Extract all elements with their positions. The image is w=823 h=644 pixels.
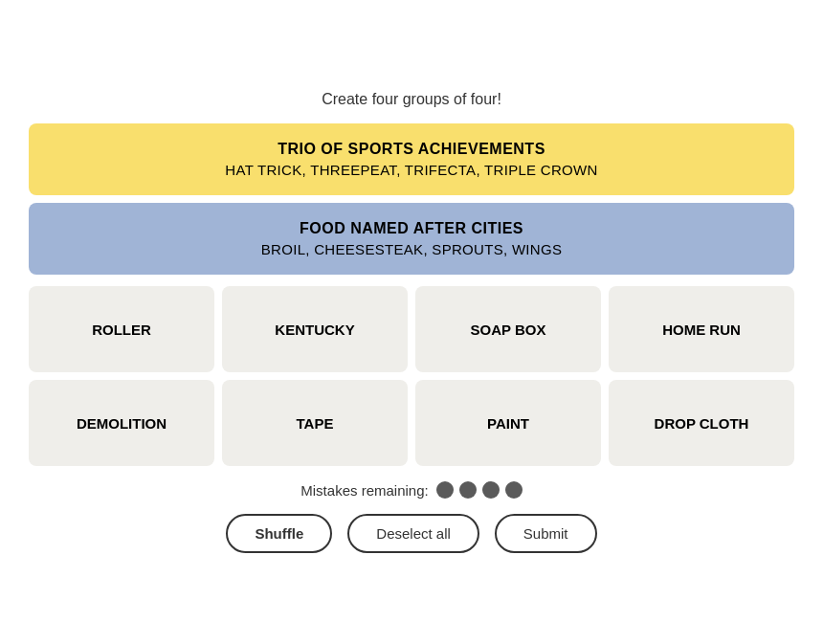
mistake-dot-3	[482, 481, 500, 499]
instruction-text: Create four groups of four!	[322, 91, 501, 108]
cell-soap-box[interactable]: SOAP BOX	[415, 286, 601, 372]
mistake-dot-2	[459, 481, 477, 499]
solved-group-words: HAT TRICK, THREEPEAT, TRIFECTA, TRIPLE C…	[52, 162, 771, 178]
mistakes-row: Mistakes remaining:	[300, 481, 522, 499]
solved-group-words: BROIL, CHEESESTEAK, SPROUTS, WINGS	[52, 241, 771, 257]
buttons-row: Shuffle Deselect all Submit	[226, 514, 596, 553]
solved-group-title: FOOD NAMED AFTER CITIES	[52, 220, 771, 237]
shuffle-button[interactable]: Shuffle	[226, 514, 332, 553]
submit-button[interactable]: Submit	[495, 514, 597, 553]
cell-roller[interactable]: ROLLER	[29, 286, 214, 372]
mistake-dot-4	[505, 481, 523, 499]
word-grid: ROLLERKENTUCKYSOAP BOXHOME RUNDEMOLITION…	[29, 286, 794, 466]
game-container: Create four groups of four! TRIO OF SPOR…	[29, 72, 794, 572]
mistake-dot-1	[436, 481, 454, 499]
cell-kentucky[interactable]: KENTUCKY	[222, 286, 408, 372]
mistakes-dots	[436, 481, 523, 499]
cell-drop-cloth[interactable]: DROP CLOTH	[609, 380, 794, 466]
mistakes-label: Mistakes remaining:	[300, 482, 428, 499]
cell-paint[interactable]: PAINT	[415, 380, 601, 466]
solved-group-blue-group: FOOD NAMED AFTER CITIES BROIL, CHEESESTE…	[29, 203, 794, 275]
deselect-all-button[interactable]: Deselect all	[347, 514, 479, 553]
cell-demolition[interactable]: DEMOLITION	[29, 380, 214, 466]
cell-home-run[interactable]: HOME RUN	[609, 286, 794, 372]
solved-groups: TRIO OF SPORTS ACHIEVEMENTS HAT TRICK, T…	[29, 123, 794, 275]
solved-group-yellow-group: TRIO OF SPORTS ACHIEVEMENTS HAT TRICK, T…	[29, 123, 794, 195]
solved-group-title: TRIO OF SPORTS ACHIEVEMENTS	[52, 141, 771, 158]
cell-tape[interactable]: TAPE	[222, 380, 408, 466]
